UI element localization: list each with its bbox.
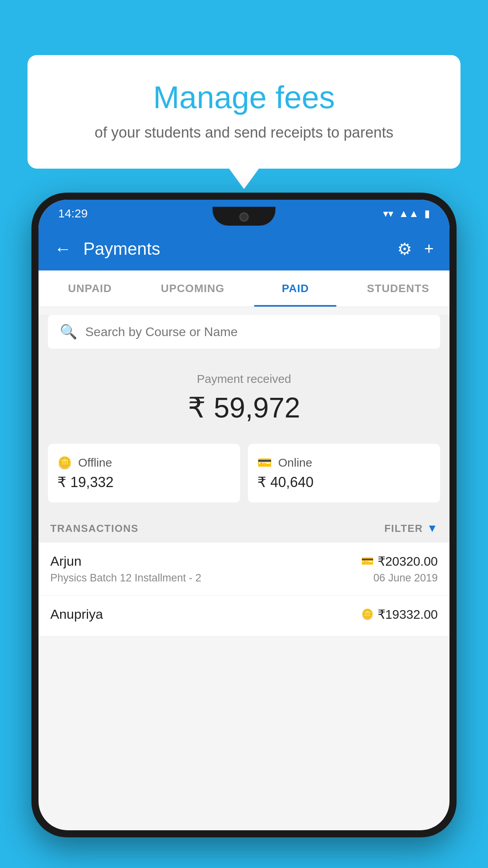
transaction-course-1: Physics Batch 12 Installment - 2 xyxy=(50,572,201,584)
online-amount: ₹ 40,640 xyxy=(257,474,431,491)
back-button[interactable]: ← xyxy=(54,239,72,259)
speech-bubble-container: Manage fees of your students and send re… xyxy=(28,55,460,169)
offline-amount: ₹ 19,332 xyxy=(57,474,231,491)
online-label: Online xyxy=(278,456,312,469)
settings-icon[interactable]: ⚙ xyxy=(397,239,412,259)
online-icon: 💳 xyxy=(257,456,272,469)
speech-bubble-subtitle: of your students and send receipts to pa… xyxy=(59,124,429,141)
status-icons: ▾▾ ▲▲ ▮ xyxy=(383,208,430,220)
app-bar-icons: ⚙ + xyxy=(397,239,434,259)
online-card-header: 💳 Online xyxy=(257,456,431,469)
offline-card-header: 🪙 Offline xyxy=(57,456,231,469)
transaction-amount-2: ₹19332.00 xyxy=(378,607,438,622)
table-row[interactable]: Arjun 💳 ₹20320.00 Physics Batch 12 Insta… xyxy=(39,542,449,596)
tab-unpaid[interactable]: UNPAID xyxy=(39,270,141,307)
online-card: 💳 Online ₹ 40,640 xyxy=(248,444,440,502)
transaction-amount-wrap-2: 🪙 ₹19332.00 xyxy=(361,607,438,622)
offline-label: Offline xyxy=(78,456,112,469)
app-bar: ← Payments ⚙ + xyxy=(39,227,449,270)
camera xyxy=(239,212,249,222)
tab-students[interactable]: STUDENTS xyxy=(347,270,450,307)
signal-icon: ▲▲ xyxy=(399,208,419,220)
content-area: 🔍 Payment received ₹ 59,972 🪙 Offline xyxy=(39,315,449,636)
transaction-type-icon-2: 🪙 xyxy=(361,608,374,620)
payment-cards: 🪙 Offline ₹ 19,332 💳 Online ₹ 40,640 xyxy=(39,444,449,514)
phone-body: 14:29 ▾▾ ▲▲ ▮ ← Payments ⚙ + UNPAID UP xyxy=(31,193,457,837)
tab-paid[interactable]: PAID xyxy=(244,270,347,307)
search-container[interactable]: 🔍 xyxy=(48,315,440,349)
table-row[interactable]: Anupriya 🪙 ₹19332.00 xyxy=(39,596,449,636)
transaction-top-1: Arjun 💳 ₹20320.00 xyxy=(50,554,438,569)
transactions-header: TRANSACTIONS FILTER ▼ xyxy=(39,514,449,542)
phone-notch xyxy=(213,207,275,226)
search-input[interactable] xyxy=(85,325,428,339)
offline-icon: 🪙 xyxy=(57,456,72,469)
transaction-top-2: Anupriya 🪙 ₹19332.00 xyxy=(50,607,438,622)
battery-icon: ▮ xyxy=(424,208,430,220)
filter-button[interactable]: FILTER ▼ xyxy=(384,522,438,535)
status-time: 14:29 xyxy=(58,207,88,220)
transactions-list: Arjun 💳 ₹20320.00 Physics Batch 12 Insta… xyxy=(39,542,449,636)
transaction-date-1: 06 June 2019 xyxy=(373,572,438,584)
add-icon[interactable]: + xyxy=(424,239,434,258)
transaction-amount-wrap-1: 💳 ₹20320.00 xyxy=(361,554,438,569)
offline-card: 🪙 Offline ₹ 19,332 xyxy=(48,444,240,502)
transactions-label: TRANSACTIONS xyxy=(50,522,139,535)
search-icon: 🔍 xyxy=(60,324,77,340)
wifi-icon: ▾▾ xyxy=(383,208,393,220)
phone-screen: 14:29 ▾▾ ▲▲ ▮ ← Payments ⚙ + UNPAID UP xyxy=(39,200,449,830)
transaction-bottom-1: Physics Batch 12 Installment - 2 06 June… xyxy=(50,572,438,584)
filter-label: FILTER xyxy=(384,522,423,535)
payment-received-amount: ₹ 59,972 xyxy=(48,391,440,424)
filter-icon: ▼ xyxy=(427,522,438,535)
tabs: UNPAID UPCOMING PAID STUDENTS xyxy=(39,270,449,307)
transaction-name-2: Anupriya xyxy=(50,607,103,622)
transaction-type-icon-1: 💳 xyxy=(361,555,374,567)
tab-upcoming[interactable]: UPCOMING xyxy=(141,270,244,307)
payment-received-label: Payment received xyxy=(48,372,440,386)
transaction-name-1: Arjun xyxy=(50,554,81,569)
app-bar-title: Payments xyxy=(83,239,385,259)
speech-bubble: Manage fees of your students and send re… xyxy=(28,55,460,169)
phone-mockup: 14:29 ▾▾ ▲▲ ▮ ← Payments ⚙ + UNPAID UP xyxy=(31,193,457,868)
speech-bubble-title: Manage fees xyxy=(59,79,429,116)
payment-received-section: Payment received ₹ 59,972 xyxy=(39,357,449,444)
transaction-amount-1: ₹20320.00 xyxy=(378,554,438,569)
